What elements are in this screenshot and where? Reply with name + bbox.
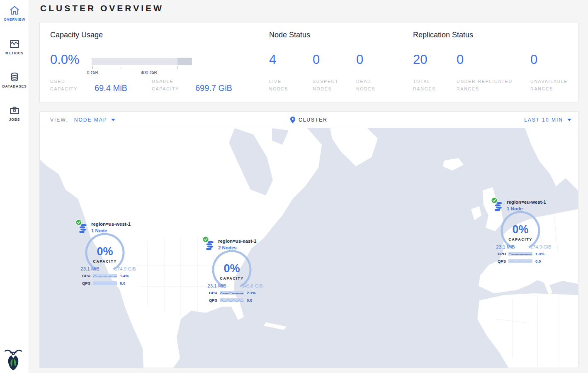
cpu-label: CPU (202, 290, 217, 295)
capacity-axis-label: 0 GiB (80, 70, 105, 75)
qps-value: 0.0 (247, 298, 252, 302)
sidebar-item-databases[interactable]: DATABASES (0, 72, 29, 88)
capacity-axis-label: 400 GiB (136, 70, 161, 75)
dead-nodes-value: 0 (356, 53, 363, 66)
view-label: VIEW: (50, 117, 68, 123)
capacity-axis-tick (92, 66, 93, 69)
home-icon (9, 5, 20, 16)
cpu-label: CPU (491, 251, 506, 256)
cockroachdb-logo (4, 348, 22, 371)
cpu-sparkline (508, 252, 532, 256)
under-replicated-ranges-value: 0 (457, 53, 464, 66)
node-total-capacity: 174.9 GiB (525, 244, 557, 249)
capacity-percent: 0% (210, 262, 253, 275)
view-dropdown[interactable]: NODE MAP (74, 117, 115, 123)
cpu-label: CPU (75, 273, 90, 278)
capacity-used-percent: 0.0% (50, 53, 80, 66)
database-icon (9, 72, 20, 83)
page-title: CLUSTER OVERVIEW (40, 3, 164, 13)
sidebar-item-jobs[interactable]: JOBS (0, 105, 29, 122)
node-map-panel: VIEW: NODE MAP CLUSTER LAST 10 MIN (39, 111, 578, 368)
dead-nodes-label: DEAD NODES (356, 78, 385, 93)
qps-sparkline (93, 281, 117, 285)
qps-sparkline (220, 298, 244, 302)
node-total-capacity: 349.8 GiB (236, 283, 268, 288)
cpu-value: 2.1% (247, 290, 256, 295)
sidebar-item-label: DATABASES (0, 84, 29, 88)
capacity-word: CAPACITY (499, 237, 542, 241)
node-region-label: region=us-east-1 (218, 239, 256, 244)
qps-label: QPS (202, 298, 217, 302)
node-marker-eu-west-1[interactable]: region=eu-west-1 1 Node 0% CAPACITY 23.1… (491, 197, 557, 266)
capacity-axis-tick (177, 66, 177, 69)
time-range-value: LAST 10 MIN (524, 117, 563, 123)
used-capacity-label: USED CAPACITY (50, 78, 85, 93)
qps-value: 0.0 (535, 259, 541, 263)
capacity-bar-segment (177, 58, 192, 65)
map-pin-icon (290, 117, 295, 123)
chevron-down-icon (111, 119, 115, 121)
capacity-percent: 0% (83, 245, 126, 258)
capacity-percent: 0% (499, 223, 542, 236)
cpu-sparkline (93, 274, 117, 278)
sidebar: OVERVIEW METRICS DATABASES JOBS (0, 0, 29, 373)
cpu-value: 1.3% (535, 251, 544, 256)
total-ranges-label: TOTAL RANGES (413, 78, 444, 93)
under-replicated-ranges-label: UNDER-REPLICATED RANGES (457, 78, 523, 93)
sidebar-item-label: JOBS (0, 117, 29, 122)
qps-label: QPS (75, 281, 90, 285)
cpu-sparkline (220, 291, 244, 295)
live-nodes-value: 4 (269, 53, 276, 66)
usable-capacity-value: 699.7 GiB (195, 83, 232, 93)
node-region-label: region=us-west-1 (91, 222, 131, 227)
qps-value: 0.0 (120, 281, 125, 285)
sidebar-item-overview[interactable]: OVERVIEW (0, 5, 29, 22)
chevron-down-icon (567, 119, 571, 121)
usable-capacity-label: USABLE CAPACITY (152, 78, 191, 93)
unavailable-ranges-label: UNAVAILABLE RANGES (530, 78, 576, 93)
node-used-capacity: 23.1 MiB (201, 283, 233, 288)
cluster-summary-panel: Capacity Usage 0.0% 0 GiB 400 GiB USED C… (39, 23, 578, 103)
metrics-icon (9, 39, 20, 49)
capacity-word: CAPACITY (210, 276, 253, 280)
sidebar-item-label: OVERVIEW (0, 17, 29, 22)
sidebar-item-metrics[interactable]: METRICS (0, 39, 29, 55)
capacity-axis-tick (149, 66, 149, 69)
capacity-word: CAPACITY (83, 259, 126, 263)
node-total-capacity: 174.9 GiB (109, 266, 141, 271)
node-region-label: region=eu-west-1 (507, 200, 546, 205)
breadcrumb-label: CLUSTER (299, 117, 328, 123)
replication-status-title: Replication Status (413, 31, 473, 39)
total-ranges-value: 20 (413, 53, 427, 66)
node-status-title: Node Status (269, 31, 310, 39)
unavailable-ranges-value: 0 (530, 53, 537, 66)
briefcase-icon (9, 105, 20, 116)
cluster-breadcrumb[interactable]: CLUSTER (290, 112, 328, 128)
capacity-usage-title: Capacity Usage (50, 31, 103, 39)
sidebar-item-label: METRICS (0, 51, 29, 55)
cpu-value: 1.4% (120, 273, 129, 278)
view-dropdown-value: NODE MAP (74, 117, 107, 123)
node-marker-us-east-1[interactable]: region=us-east-1 2 Nodes 0% CAPACITY 23.… (202, 236, 269, 305)
qps-label: QPS (491, 259, 506, 263)
live-nodes-label: LIVE NODES (269, 78, 298, 93)
suspect-nodes-label: SUSPECT NODES (313, 78, 346, 93)
suspect-nodes-value: 0 (313, 53, 320, 66)
qps-sparkline (508, 259, 532, 263)
time-range-dropdown[interactable]: LAST 10 MIN (524, 112, 571, 128)
node-used-capacity: 23.1 MiB (489, 244, 522, 249)
node-used-capacity: 23.1 MiB (74, 266, 106, 271)
world-map: region=us-west-1 1 Node 0% CAPACITY 23.1… (40, 128, 578, 368)
capacity-bar (92, 58, 192, 65)
used-capacity-value: 69.4 MiB (95, 83, 127, 93)
capacity-axis-tick (121, 66, 121, 69)
node-marker-us-west-1[interactable]: region=us-west-1 1 Node 0% CAPACITY 23.1… (75, 219, 142, 288)
map-toolbar: VIEW: NODE MAP CLUSTER LAST 10 MIN (40, 112, 578, 128)
